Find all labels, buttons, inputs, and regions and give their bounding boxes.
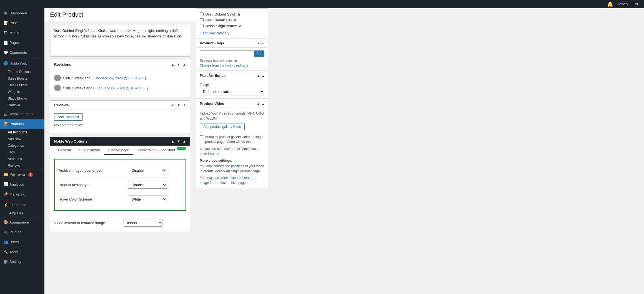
pages-icon: 📄 — [3, 40, 8, 46]
tools-icon: 🔧 — [3, 249, 8, 255]
noble-toggle[interactable]: ▲ — [183, 139, 186, 143]
noble-down[interactable]: ▼ — [177, 139, 181, 143]
sidebar-item-theme-options[interactable]: Theme Options — [0, 69, 44, 75]
video-toggle[interactable]: ▲ — [262, 102, 265, 105]
revision-link-2[interactable]: January 14, 2024 @ 16:48:05 — [97, 86, 144, 90]
sidebar-item-widgets[interactable]: Widgets — [0, 88, 44, 95]
tags-input-row: Add — [200, 50, 264, 57]
product-video-panel: Product Video ▲ ▲ Upload your Video in 3… — [196, 99, 268, 188]
sidebar-item-elementor[interactable]: ⚡ Elementor — [0, 200, 44, 210]
noble-options-panel: Noble Web Options ▲ ▼ ▲ General Single l… — [50, 137, 190, 231]
activity-icon: 🔔 — [607, 1, 613, 7]
category-checkbox-2[interactable] — [200, 18, 204, 22]
tab-general[interactable]: General — [54, 146, 75, 155]
category-label-3: Jassa Singh Ahluwalia — [205, 24, 241, 28]
page-header: Edit Product — [44, 8, 196, 21]
reviews-toggle[interactable]: ▲ — [183, 103, 186, 107]
sidebar-item-reviews[interactable]: Reviews — [0, 162, 44, 169]
category-label-2: Guru Nanak Dev Ji — [205, 18, 236, 22]
activity-label[interactable]: Activity — [618, 2, 628, 6]
revisions-toggle[interactable]: ▲ — [183, 62, 186, 67]
sidebar-item-appearance[interactable]: 🎨 Appearance — [0, 217, 44, 227]
reviews-down[interactable]: ▼ — [177, 103, 181, 107]
sidebar-item-plugins[interactable]: 🔌 Plugins — [0, 227, 44, 237]
sidebar-item-comments[interactable]: 💬 Comments — [0, 48, 44, 58]
finish-label[interactable]: Fini... — [633, 2, 641, 6]
tags-input[interactable] — [200, 50, 253, 57]
reviews-collapse[interactable]: ▲ — [171, 103, 175, 107]
hover-effect-select[interactable]: Disable Enable — [128, 167, 167, 174]
video-text2: You may use video instead of feature... … — [200, 175, 264, 185]
sidebar-item-settings[interactable]: ⚙️ Settings — [0, 257, 44, 267]
video-description: Upload your Video in 3 formats: MP4, OGG… — [200, 111, 264, 121]
tags-choose-link[interactable]: Choose from the most used tags — [200, 64, 248, 67]
sidebar-item-attributes[interactable]: Attributes — [0, 156, 44, 162]
video-instead-link[interactable]: video instead of feature... image — [200, 176, 257, 185]
sidebar-item-noble-web[interactable]: 🌐 Noble Web — [0, 59, 44, 69]
post-attributes-panel: Post Attributes ▲ ▲ Template Default tem… — [196, 71, 268, 98]
change-positions-link[interactable]: change the positions — [214, 164, 244, 168]
add-comment-button[interactable]: Add Comment — [54, 113, 83, 121]
tab-single-layout[interactable]: Single layout — [75, 146, 104, 155]
woo-icon: 🛒 — [3, 111, 8, 117]
revision-avatar-1 — [54, 75, 61, 81]
color-scheme-select[interactable]: White Dark Light — [128, 196, 167, 203]
category-checkbox-1[interactable] — [200, 12, 204, 16]
sidebar-item-categories[interactable]: Categories — [0, 142, 44, 149]
sidebar-item-static-blocks[interactable]: Static Blocks — [0, 95, 44, 102]
tab-ai-assistant[interactable]: Noble Web AI Assistant NEW — [134, 146, 186, 155]
add-gallery-button[interactable]: Add product gallery video — [200, 123, 244, 130]
sidebar-item-templates[interactable]: Templates — [0, 210, 44, 217]
noble-collapse[interactable]: ▲ — [171, 139, 175, 143]
revisions-down[interactable]: ▼ — [177, 62, 181, 67]
sidebar-item-woocommerce[interactable]: 🛒 WooCommerce — [0, 109, 44, 119]
sidebar-item-portfolio[interactable]: Portfolio — [0, 102, 44, 108]
sidebar-item-pages[interactable]: 📄 Pages — [0, 38, 44, 48]
sidebar-item-media[interactable]: 🖼 Media — [0, 28, 44, 38]
color-scheme-control: White Dark Light — [128, 196, 182, 203]
video-featured-select[interactable]: Inherit Yes No — [124, 219, 162, 227]
autoplay-checkbox[interactable] — [200, 135, 203, 139]
analytics-icon: 📊 — [3, 182, 8, 187]
tags-toggle[interactable]: ▲ — [262, 42, 265, 45]
sidebar-item-payments[interactable]: 💳 Payments 1 — [0, 170, 44, 180]
revisions-title: Revisions — [54, 62, 71, 67]
revisions-collapse[interactable]: ▲ — [171, 62, 175, 67]
revision-link-1[interactable]: January 24, 2024 @ 05:31:28 — [95, 76, 143, 80]
category-label-1: Guru Gobind Singh Ji — [205, 12, 240, 16]
attributes-toggle[interactable]: ▲ — [262, 74, 265, 77]
tags-collapse[interactable]: ▲ — [257, 42, 260, 45]
tab-archive-page[interactable]: Archive page — [104, 146, 133, 155]
hover-effect-control: Disable Enable — [128, 167, 182, 174]
sidebar-item-dashboard[interactable]: ⊞ Dashboard — [0, 8, 44, 18]
attributes-collapse[interactable]: ▲ — [257, 74, 260, 77]
sidebar-item-users[interactable]: 👥 Users — [0, 237, 44, 247]
attributes-controls: ▲ ▲ — [257, 74, 265, 77]
sidebar-item-tags[interactable]: Tags — [0, 149, 44, 156]
reviews-panel: Reviews ▲ ▼ ▲ Add Comment No comments ye… — [50, 100, 190, 133]
expand-link[interactable]: Expand — [208, 152, 219, 156]
product-video-title: Product Video — [200, 102, 224, 106]
sidebar-item-tools[interactable]: 🔧 Tools — [0, 247, 44, 257]
sidebar-item-marketing[interactable]: 📣 Marketing — [0, 189, 44, 199]
category-checkbox-3[interactable] — [200, 24, 204, 28]
sidebar-item-sales-booster[interactable]: Sales Booster — [0, 75, 44, 82]
design-type-select[interactable]: Disable Enable — [128, 181, 167, 189]
sidebar-item-all-products[interactable]: All Products — [0, 129, 44, 136]
description-textarea[interactable]: Guru Gobind Singh's fierce Khalsa warrio… — [50, 25, 190, 55]
add-category-link[interactable]: + Add new category — [200, 31, 229, 35]
description-panel: Guru Gobind Singh's fierce Khalsa warrio… — [50, 25, 190, 57]
sidebar-item-products[interactable]: 📦 Products — [0, 119, 44, 129]
video-collapse[interactable]: ▲ — [257, 102, 260, 105]
archive-options-section: Archive image hover effect Disable Enabl… — [54, 159, 186, 211]
revisions-body: Sikh, 1 week ago ( January 24, 2024 @ 05… — [50, 69, 190, 97]
sidebar-item-posts[interactable]: 📝 Posts — [0, 18, 44, 28]
sidebar-item-email-builder[interactable]: Email Builder — [0, 82, 44, 88]
tags-add-button[interactable]: Add — [254, 50, 264, 57]
template-select[interactable]: Default template Full width Sidebar left… — [200, 88, 264, 95]
no-comments-text: No comments yet. — [54, 121, 186, 129]
autoplay-row: Autoplay product gallery video or single… — [200, 135, 264, 144]
sidebar-item-add-new[interactable]: Add New — [0, 136, 44, 142]
sidebar-item-analytics[interactable]: 📊 Analytics — [0, 179, 44, 189]
video-controls: ▲ ▲ — [257, 102, 265, 105]
